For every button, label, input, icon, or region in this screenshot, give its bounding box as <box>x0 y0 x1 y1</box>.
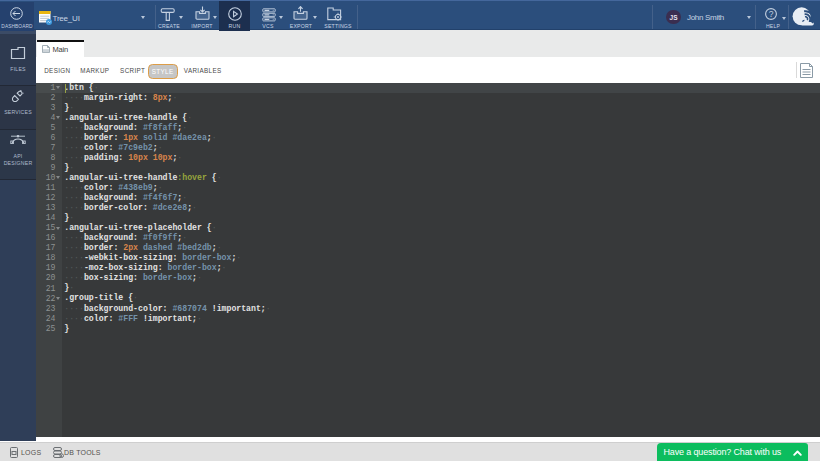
svg-text:?: ? <box>768 9 773 19</box>
